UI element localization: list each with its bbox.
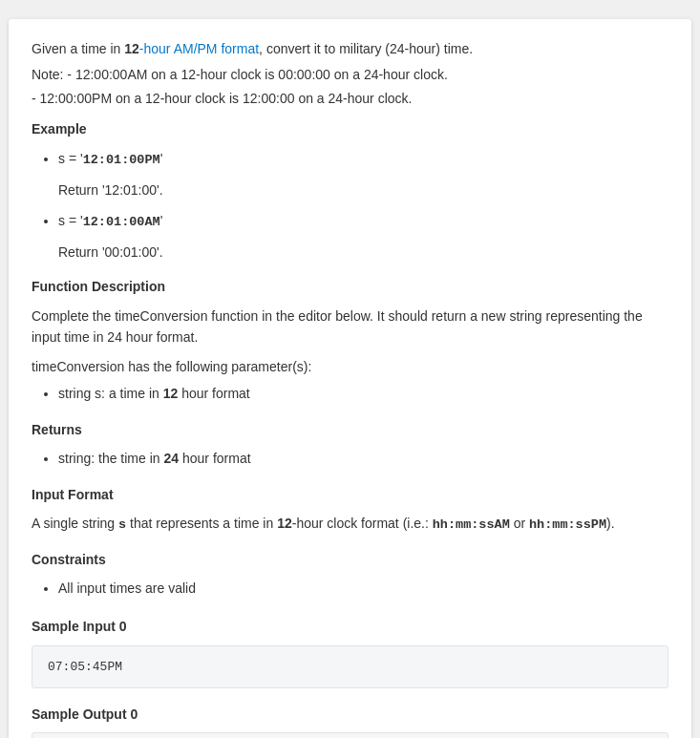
example-item-2: s = '12:01:00AM' — [58, 210, 668, 234]
example-item-1-pre: s = ' — [58, 151, 83, 166]
example-item-1-post: ' — [160, 151, 163, 166]
param-post: hour format — [178, 386, 249, 401]
input-pre: A single string — [32, 516, 118, 531]
example-item-2-pre: s = ' — [58, 213, 83, 228]
intro-paragraph: Given a time in 12-hour AM/PM format, co… — [32, 38, 668, 59]
params-list: string s: a time in 12 hour format — [32, 383, 668, 406]
params-intro: timeConversion has the following paramet… — [32, 356, 668, 377]
param-item: string s: a time in 12 hour format — [58, 383, 668, 406]
input-format-heading: Input Format — [32, 484, 668, 505]
example-item-2-post: ' — [160, 213, 163, 228]
input-mid: that represents a time in — [126, 516, 277, 531]
sample-output-label: Sample Output 0 — [32, 704, 668, 725]
example-item-1: s = '12:01:00PM' — [58, 148, 668, 172]
input-format-text: A single string s that represents a time… — [32, 513, 668, 536]
sample-input-block: 07:05:45PM — [32, 645, 668, 688]
format1: hh:mm:ssAM — [433, 517, 510, 532]
note1: Note: - 12:00:00AM on a 12-hour clock is… — [32, 65, 668, 85]
function-description-text: Complete the timeConversion function in … — [32, 306, 668, 348]
or-text: or — [510, 516, 529, 531]
ampm-link[interactable]: -hour AM/PM format — [139, 41, 259, 56]
example-heading: Example — [32, 118, 668, 139]
problem-card: Given a time in 12-hour AM/PM format, co… — [9, 19, 691, 738]
example-list-2: s = '12:01:00AM' — [32, 210, 668, 234]
function-description-heading: Function Description — [32, 276, 668, 297]
return-item-pre: string: the time in — [58, 451, 164, 466]
input-end: ). — [606, 516, 615, 531]
input-s-bold: s — [118, 517, 126, 532]
example-list: s = '12:01:00PM' — [32, 148, 668, 172]
returns-heading: Returns — [32, 419, 668, 440]
sample-input-label: Sample Input 0 — [32, 616, 668, 637]
return-text-2: Return '00:01:00'. — [58, 242, 668, 263]
format2: hh:mm:ssPM — [529, 517, 606, 532]
returns-list: string: the time in 24 hour format — [32, 448, 668, 471]
input-post: -hour clock format (i.e.: — [292, 516, 433, 531]
return-bold: 24 — [164, 451, 180, 466]
constraints-list: All input times are valid — [32, 578, 668, 601]
return-item-post: hour format — [179, 451, 250, 466]
bold-12: 12 — [124, 41, 139, 56]
note2: - 12:00:00PM on a 12-hour clock is 12:00… — [32, 89, 668, 109]
return-text-1: Return '12:01:00'. — [58, 179, 668, 200]
example-item-1-code: 12:01:00PM — [83, 153, 160, 167]
constraints-heading: Constraints — [32, 549, 668, 570]
example-item-2-code: 12:01:00AM — [83, 215, 160, 229]
sample-output-block: 19:05:45 — [32, 732, 668, 738]
param-bold: 12 — [163, 386, 179, 401]
return-item: string: the time in 24 hour format — [58, 448, 668, 471]
intro-post: , convert it to military (24-hour) time. — [259, 41, 473, 56]
param-pre: string s: a time in — [58, 386, 163, 401]
constraint-item: All input times are valid — [58, 578, 668, 601]
input-12-bold: 12 — [277, 516, 292, 531]
